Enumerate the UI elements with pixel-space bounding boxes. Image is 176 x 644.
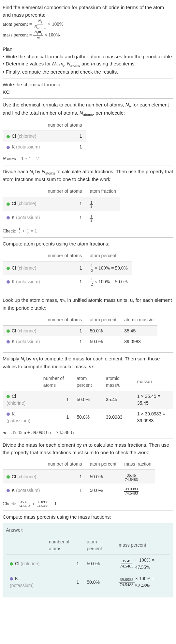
- answer-label: Answer:: [6, 526, 170, 534]
- fraction: 12: [26, 227, 29, 235]
- element-cell: K (potassium): [3, 142, 44, 152]
- document-root: Find the elemental composition for potas…: [0, 0, 176, 601]
- plan-section: Plan: • Write the chemical formula and g…: [3, 43, 173, 78]
- atom-percent-formula: atom percent = Ni Natoms × 100%: [3, 19, 173, 30]
- table-header-row: number of atomsatom percentatomic mass/u: [3, 315, 157, 326]
- step-text: Compute atom percents using the atom fra…: [3, 240, 173, 248]
- dot-icon: [7, 216, 10, 219]
- fraction: 12: [90, 263, 94, 273]
- fraction: 35.4574.5483: [119, 559, 134, 568]
- table-row: K (potassium)150.0%39.09831 × 39.0983 = …: [3, 409, 173, 426]
- dot-icon: [7, 475, 10, 479]
- step-text: Divide the mass for each element by m to…: [3, 441, 173, 456]
- answer-table: number of atomsatom percentmass percent …: [6, 537, 170, 592]
- dot-icon: [7, 280, 10, 284]
- plan-item: • Write the chemical formula and gather …: [3, 53, 173, 61]
- sum-formula: Natoms = 1 + 1 = 2: [3, 155, 173, 162]
- dot-icon: [7, 267, 10, 270]
- table-header-row: number of atoms: [3, 120, 86, 131]
- plan-item: • Finally, compute the percents and chec…: [3, 68, 173, 76]
- table-header-row: number of atomsatom percentmass fraction: [3, 459, 155, 470]
- fraction: 39.098374.5483: [119, 577, 134, 587]
- dot-icon: [10, 577, 13, 581]
- answer-box: Answer: number of atomsatom percentmass …: [3, 523, 173, 597]
- dot-icon: [7, 146, 10, 149]
- step-text: Write the chemical formula:: [3, 81, 173, 89]
- step-text: Look up the atomic mass, mi, in unified …: [3, 297, 173, 312]
- step-atom-fractions: Divide each Ni by Natoms to calculate at…: [3, 165, 173, 238]
- atoms-table: number of atoms Cl (chlorine)1 K (potass…: [3, 120, 86, 152]
- molecular-mass-table: number of atomsatom percentatomic mass/u…: [3, 373, 173, 426]
- dot-icon: [7, 489, 10, 492]
- plan-item: • Determine values for Ni, mi, Natoms an…: [3, 60, 173, 68]
- question-text: Find the elemental composition for potas…: [3, 4, 173, 19]
- fraction: 35.4574.5483: [18, 500, 31, 508]
- table-row: K (potassium)150.0%39.098374.5483 × 100%…: [6, 573, 170, 592]
- mass-percent-formula: mass percent = Nimi m × 100%: [3, 30, 173, 40]
- mass-fractions-table: number of atomsatom percentmass fraction…: [3, 459, 155, 497]
- dot-icon: [7, 340, 10, 343]
- element-cell: Cl (chlorine): [3, 131, 44, 142]
- dot-icon: [10, 562, 13, 566]
- check-formula: Check: 35.4574.5483 + 39.098374.5483 = 1: [3, 500, 173, 508]
- table-row: Cl (chlorine)112: [3, 197, 120, 211]
- plan-heading: Plan:: [3, 46, 173, 53]
- step-molecular-mass: Multiply Ni by mi to compute the mass fo…: [3, 353, 173, 439]
- step-chemical-formula: Write the chemical formula: KCl: [3, 78, 173, 99]
- table-row: K (potassium)112: [3, 211, 120, 224]
- dot-icon: [7, 203, 10, 206]
- intro-section: Find the elemental composition for potas…: [3, 1, 173, 43]
- chemical-formula: KCl: [3, 89, 173, 96]
- table-row: Cl (chlorine)150.0%35.451 × 35.45 = 35.4…: [3, 391, 173, 409]
- fraction: Ni Natoms: [33, 19, 47, 30]
- fraction: 39.098374.5483: [124, 487, 139, 495]
- step-text: Use the chemical formula to count the nu…: [3, 101, 173, 117]
- step-atomic-mass: Look up the atomic mass, mi, in unified …: [3, 294, 173, 353]
- dot-icon: [7, 135, 10, 138]
- fraction: 12: [18, 227, 21, 235]
- table-row: Cl (chlorine)150.0%35.4574.5483: [3, 470, 155, 484]
- table-header-row: number of atomsatom percent: [3, 250, 132, 261]
- step-text: Compute mass percents using the mass fra…: [3, 513, 173, 521]
- step-mass-percents: Compute mass percents using the mass fra…: [3, 511, 173, 600]
- table-row: Cl (chlorine)150.0%35.4574.5483 × 100% =…: [6, 554, 170, 573]
- atomic-mass-table: number of atomsatom percentatomic mass/u…: [3, 315, 157, 347]
- fraction: 35.4574.5483: [124, 474, 139, 482]
- fraction: 12: [90, 215, 93, 222]
- atom-percents-table: number of atomsatom percent Cl (chlorine…: [3, 250, 132, 288]
- table-row: K (potassium)1: [3, 142, 86, 152]
- table-row: Cl (chlorine)112 × 100% = 50.0%: [3, 261, 132, 275]
- table-header-row: number of atomsatom fraction: [3, 186, 120, 197]
- table-header-row: number of atomsatom percentmass percent: [6, 537, 170, 554]
- step-atom-percents: Compute atom percents using the atom fra…: [3, 238, 173, 294]
- step-count-atoms: Use the chemical formula to count the nu…: [3, 99, 173, 165]
- table-row: Cl (chlorine)150.0%35.45: [3, 325, 157, 336]
- fraction: 12: [90, 277, 94, 287]
- dot-icon: [7, 329, 10, 333]
- fraction: 39.098374.5483: [36, 500, 49, 508]
- table-row: K (potassium)150.0%39.098374.5483: [3, 483, 155, 497]
- fraction: 12: [90, 201, 93, 209]
- table-header-row: number of atomsatom percentatomic mass/u…: [3, 373, 173, 391]
- table-row: Cl (chlorine)1: [3, 131, 86, 142]
- check-formula: Check: 12 + 12 = 1: [3, 227, 173, 235]
- dot-icon: [7, 395, 10, 398]
- table-row: K (potassium)150.0%39.0983: [3, 336, 157, 347]
- fraction: Nimi m: [33, 30, 43, 40]
- sum-formula: m = 35.45 u + 39.0983 u = 74.5483 u: [3, 429, 173, 436]
- step-text: Divide each Ni by Natoms to calculate at…: [3, 168, 173, 183]
- table-row: K (potassium)112 × 100% = 50.0%: [3, 275, 132, 288]
- atom-fractions-table: number of atomsatom fraction Cl (chlorin…: [3, 186, 120, 224]
- step-mass-fractions: Divide the mass for each element by m to…: [3, 439, 173, 511]
- dot-icon: [7, 413, 10, 416]
- step-text: Multiply Ni by mi to compute the mass fo…: [3, 355, 173, 371]
